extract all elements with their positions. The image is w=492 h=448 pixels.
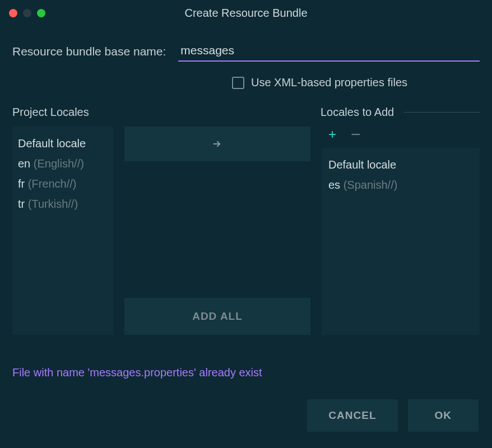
locale-label: (French//)	[28, 178, 77, 190]
use-xml-checkbox[interactable]	[232, 77, 244, 89]
maximize-window-button[interactable]	[37, 9, 45, 17]
use-xml-label: Use XML-based properties files	[251, 76, 407, 89]
transfer-column: ADD ALL	[124, 127, 310, 335]
project-locales-list[interactable]: Default locale en (English//) fr (French…	[12, 127, 113, 335]
base-name-label: Resource bundle base name:	[12, 45, 166, 58]
locale-code: en	[18, 157, 30, 170]
list-item[interactable]: Default locale	[18, 133, 108, 153]
locales-to-add-header: Locales to Add	[321, 106, 394, 119]
dialog-content: Resource bundle base name: Use XML-based…	[0, 26, 492, 432]
project-locales-header: Project Locales	[12, 106, 113, 119]
cancel-label: CANCEL	[328, 409, 376, 421]
arrow-right-icon	[211, 138, 224, 150]
locales-to-add-column: + − Default locale es (Spanish//)	[322, 127, 480, 335]
column-headers: Project Locales Locales to Add	[12, 106, 480, 119]
cancel-button[interactable]: CANCEL	[307, 399, 397, 432]
close-window-button[interactable]	[9, 9, 17, 17]
minimize-window-button[interactable]	[23, 9, 31, 17]
ok-button[interactable]: OK	[408, 399, 479, 432]
list-item[interactable]: Default locale	[328, 155, 473, 175]
locale-label: Default locale	[328, 158, 396, 171]
transfer-right-button[interactable]	[124, 127, 310, 161]
ok-label: OK	[435, 409, 452, 421]
add-all-label: ADD ALL	[192, 310, 243, 323]
use-xml-row: Use XML-based properties files	[232, 76, 480, 89]
locale-code: fr	[18, 178, 25, 190]
add-all-button[interactable]: ADD ALL	[124, 298, 310, 335]
locale-label: Default locale	[18, 137, 86, 150]
list-item[interactable]: es (Spanish//)	[328, 175, 473, 195]
list-item[interactable]: fr (French//)	[18, 174, 108, 194]
titlebar: Create Resource Bundle	[0, 0, 492, 26]
locales-to-add-list[interactable]: Default locale es (Spanish//)	[322, 148, 480, 335]
locale-code: tr	[18, 198, 25, 210]
base-name-row: Resource bundle base name:	[12, 41, 480, 62]
list-item[interactable]: tr (Turkish//)	[18, 194, 108, 214]
error-message: File with name 'messages.properties' alr…	[12, 366, 480, 379]
dialog-footer: CANCEL OK	[12, 399, 480, 432]
base-name-input[interactable]	[178, 41, 480, 62]
locale-label: (Turkish//)	[28, 198, 78, 210]
locales-to-add-header-section: Locales to Add	[321, 106, 480, 119]
list-item[interactable]: en (English//)	[18, 153, 108, 174]
locales-toolbar: + −	[322, 127, 480, 148]
dialog-title: Create Resource Bundle	[184, 7, 307, 20]
header-divider	[404, 112, 480, 113]
locale-code: es	[328, 179, 340, 191]
add-locale-icon[interactable]: +	[328, 127, 336, 142]
remove-locale-icon[interactable]: −	[351, 130, 361, 139]
columns: Default locale en (English//) fr (French…	[12, 127, 480, 335]
locale-label: (English//)	[34, 157, 84, 170]
locale-label: (Spanish//)	[344, 179, 398, 191]
window-controls	[9, 9, 45, 17]
